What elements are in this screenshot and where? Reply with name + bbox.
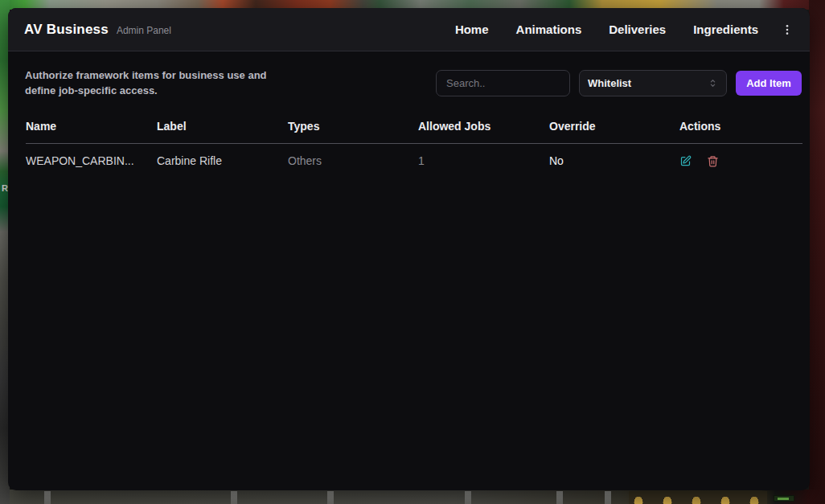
column-header-label: Label [157,120,288,143]
table-row: WEAPON_CARBIN... Carbine Rifle Others 1 … [26,144,802,178]
game-background-bottom [0,490,825,504]
filter-selected-value: Whitelist [588,77,631,89]
page-description: Authorize framework items for business u… [25,68,276,98]
shelf-support [44,491,51,504]
nav-item-animations[interactable]: Animations [516,23,582,36]
cell-actions [679,155,802,167]
filter-select[interactable]: Whitelist [579,70,727,96]
main-nav: Home Animations Deliveries Ingredients [455,23,794,36]
cell-label: Carbine Rifle [157,154,288,167]
table-body: WEAPON_CARBIN... Carbine Rifle Others 1 … [26,144,802,178]
items-table: Name Label Types Allowed Jobs Override A… [26,120,802,178]
column-header-override: Override [549,120,679,143]
search-input[interactable] [436,70,570,96]
game-background-right [809,0,825,504]
column-header-allowed-jobs: Allowed Jobs [418,120,549,143]
cell-override: No [549,154,679,167]
brand: AV Business Admin Panel [24,22,171,38]
column-header-types: Types [288,120,418,143]
toolbar-controls: Whitelist Add Item [436,70,802,96]
bottle-neck [465,491,471,504]
app-title: AV Business [24,22,109,38]
shelf-support [327,491,334,504]
admin-panel: AV Business Admin Panel Home Animations … [8,8,810,490]
shelf-support [231,491,237,504]
content-area: Authorize framework items for business u… [8,51,810,178]
pencil-square-icon [679,155,692,167]
gold-bottle-labels [629,491,767,504]
nav-item-deliveries[interactable]: Deliveries [609,23,666,36]
cell-types: Others [288,154,418,167]
up-down-chevrons-icon [708,78,718,88]
price-led-tag [774,495,794,502]
app-subtitle: Admin Panel [117,25,171,36]
add-item-button[interactable]: Add Item [736,71,802,96]
cell-allowed-jobs: 1 [418,154,549,167]
cell-name: WEAPON_CARBIN... [26,154,157,167]
more-menu-button[interactable] [781,23,794,36]
bottle-neck [605,491,611,504]
trash-can-icon [707,155,719,167]
delete-button[interactable] [707,155,719,167]
vertical-dots-icon [781,23,794,36]
shelf-sign-letter: R [2,183,8,193]
top-bar: AV Business Admin Panel Home Animations … [8,8,810,51]
table-header-row: Name Label Types Allowed Jobs Override A… [26,120,802,143]
edit-button[interactable] [679,155,692,167]
nav-item-ingredients[interactable]: Ingredients [693,23,758,36]
bottle-neck [556,491,563,504]
column-header-name: Name [26,120,157,143]
nav-item-home[interactable]: Home [455,23,489,36]
column-header-actions: Actions [679,120,802,143]
toolbar: Authorize framework items for business u… [25,68,802,98]
